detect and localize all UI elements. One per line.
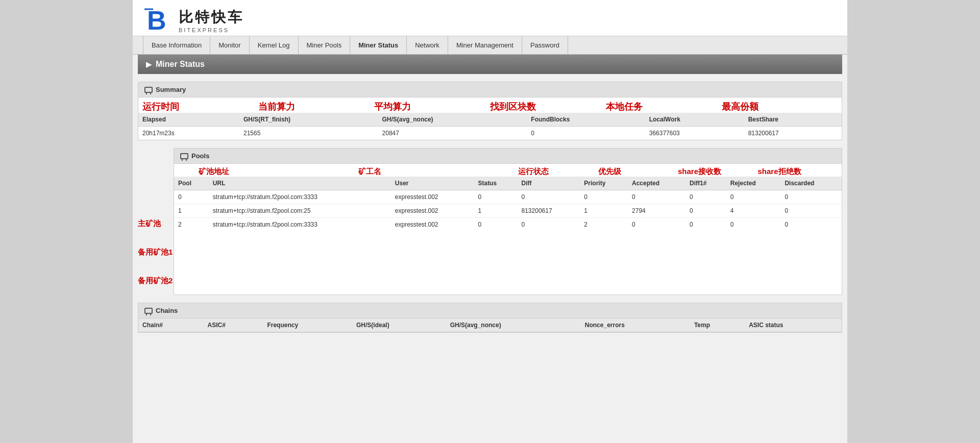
- pools-left-labels: 主矿池 备用矿池1 备用矿池2: [138, 148, 174, 295]
- pools-zh-labels-row: 矿池地址 矿工名 运行状态 优先级 share接收数 sha: [174, 164, 842, 177]
- summary-found-blocks: 0: [527, 127, 645, 140]
- pools-panel-title: Pools: [174, 149, 842, 164]
- nav-miner-status[interactable]: Miner Status: [350, 36, 407, 54]
- pool-num: 0: [174, 190, 209, 204]
- pool-rejected: 0: [726, 218, 781, 232]
- logo-name-zh: 比特快车: [179, 9, 244, 25]
- summary-zh-col-5: 最高份额: [722, 101, 838, 113]
- chains-monitor-icon: [144, 308, 153, 314]
- summary-local-work: 366377603: [645, 127, 744, 140]
- chains-th-temp: Temp: [690, 318, 745, 332]
- chains-th-nonce-errors: Nonce_errors: [581, 318, 690, 332]
- pools-zh-col-user: 矿工名: [358, 167, 518, 177]
- pools-th-rejected: Rejected: [726, 177, 781, 190]
- pool-status: 1: [474, 204, 517, 218]
- summary-title: Summary: [156, 86, 186, 93]
- pool-diff: 0: [518, 190, 580, 204]
- pools-monitor-icon: [180, 153, 188, 159]
- nav-monitor[interactable]: Monitor: [210, 36, 249, 54]
- pools-th-diff: Diff: [518, 177, 580, 190]
- pool-diff1: 0: [685, 204, 726, 218]
- pool-user: expresstest.002: [391, 218, 474, 232]
- nav-miner-management[interactable]: Miner Management: [448, 36, 522, 54]
- chains-th-asic-status: ASIC status: [745, 318, 842, 332]
- pools-section: 主矿池 备用矿池1 备用矿池2 Pools 矿池地址: [138, 148, 842, 295]
- pool-user: expresstest.002: [391, 204, 474, 218]
- monitor-icon: [144, 87, 153, 93]
- pools-th-accepted: Accepted: [628, 177, 685, 190]
- summary-best-share: 813200617: [744, 127, 842, 140]
- pool-rejected: 4: [726, 204, 781, 218]
- summary-zh-col-2: 平均算力: [374, 101, 490, 113]
- chains-th-frequency: Frequency: [263, 318, 352, 332]
- pool-priority: 2: [580, 218, 628, 232]
- pools-row-1: 1stratum+tcp://stratum.f2pool.com:25expr…: [174, 204, 842, 218]
- chains-panel: Chains Chain# ASIC# Frequency GH/S(ideal…: [138, 303, 842, 333]
- pool-diff1: 0: [685, 190, 726, 204]
- pools-zh-col-status: 运行状态: [518, 167, 598, 177]
- chains-th-ghs-ideal: GH/S(ideal): [352, 318, 446, 332]
- pool-diff1: 0: [685, 218, 726, 232]
- pool-discarded: 0: [780, 190, 842, 204]
- summary-data-row: 20h17m23s 21565 20847 0 366377603 813200…: [138, 127, 842, 140]
- pools-panel: Pools 矿池地址 矿工名 运行状态 优先级: [174, 148, 842, 295]
- summary-zh-labels-row: 运行时间 当前算力 平均算力 找到区块数 本地任务 最高份额: [138, 97, 842, 113]
- summary-header-row: Elapsed GH/S(RT_finish) GH/S(avg_nonce) …: [138, 113, 842, 127]
- summary-th-found-blocks: FoundBlocks: [527, 113, 645, 127]
- pool-accepted: 0: [628, 190, 685, 204]
- summary-avg-nonce: 20847: [378, 127, 527, 140]
- play-icon: ▶: [146, 60, 152, 68]
- page-title: Miner Status: [156, 60, 205, 69]
- pool-discarded: 0: [780, 218, 842, 232]
- pools-zh-col-priority: 优先级: [598, 167, 678, 177]
- zh-label-local-work: 本地任务: [606, 101, 722, 113]
- pools-th-url: URL: [209, 177, 391, 190]
- main-nav: Base Information Monitor Kernel Log Mine…: [133, 36, 847, 55]
- logo-text-area: 比特快车 BITEXPRESS: [179, 8, 244, 33]
- summary-panel: Summary 运行时间 当前算力 平均算力 找到区块数 本地任务: [138, 82, 842, 140]
- summary-zh-col-1: 当前算力: [258, 101, 374, 113]
- summary-table: Elapsed GH/S(RT_finish) GH/S(avg_nonce) …: [138, 113, 842, 140]
- left-label-main-pool: 主矿池: [138, 209, 174, 238]
- pools-zh-empty-pool: [178, 167, 199, 177]
- chains-table: Chain# ASIC# Frequency GH/S(ideal) GH/S(…: [138, 318, 842, 332]
- pool-diff: 813200617: [518, 204, 580, 218]
- zh-label-current-hashrate: 当前算力: [258, 101, 374, 113]
- pool-url: stratum+tcp://stratum.f2pool.com:3333: [209, 190, 391, 204]
- chains-th-ghs-avg: GH/S(avg_nonce): [446, 318, 581, 332]
- left-label-backup-pool-1: 备用矿池1: [138, 238, 174, 266]
- pools-table: Pool URL User Status Diff Priority Accep…: [174, 177, 842, 231]
- pools-zh-col-url: 矿池地址: [199, 167, 358, 177]
- zh-label-elapsed: 运行时间: [142, 101, 258, 113]
- pool-url: stratum+tcp://stratum.f2pool.com:3333: [209, 218, 391, 232]
- chains-header-row: Chain# ASIC# Frequency GH/S(ideal) GH/S(…: [138, 318, 842, 332]
- header: B 比特快车 BITEXPRESS: [133, 0, 847, 36]
- summary-panel-title: Summary: [138, 82, 842, 97]
- zh-label-best-share: 最高份额: [722, 101, 838, 113]
- pool-priority: 0: [580, 190, 628, 204]
- pool-discarded: 0: [780, 204, 842, 218]
- nav-base-information[interactable]: Base Information: [143, 36, 210, 54]
- chains-title: Chains: [156, 307, 178, 314]
- pool-priority: 1: [580, 204, 628, 218]
- pools-row-2: 2stratum+tcp://stratum.f2pool.com:3333ex…: [174, 218, 842, 232]
- pool-status: 0: [474, 190, 517, 204]
- nav-miner-pools[interactable]: Miner Pools: [299, 36, 351, 54]
- zh-label-avg-hashrate: 平均算力: [374, 101, 490, 113]
- pool-user: expresstest.002: [391, 190, 474, 204]
- page-content: ▶ Miner Status Summary 运行时间 当前算力 平均算力: [133, 55, 847, 333]
- chains-th-chain: Chain#: [138, 318, 204, 332]
- summary-elapsed: 20h17m23s: [138, 127, 239, 140]
- summary-th-local-work: LocalWork: [645, 113, 744, 127]
- nav-password[interactable]: Password: [522, 36, 568, 54]
- pool-rejected: 0: [726, 190, 781, 204]
- pool-accepted: 0: [628, 218, 685, 232]
- pool-diff: 0: [518, 218, 580, 232]
- svg-text:B: B: [147, 6, 166, 35]
- pools-th-discarded: Discarded: [780, 177, 842, 190]
- pools-th-status: Status: [474, 177, 517, 190]
- summary-zh-col-0: 运行时间: [142, 101, 258, 113]
- nav-kernel-log[interactable]: Kernel Log: [250, 36, 299, 54]
- nav-network[interactable]: Network: [407, 36, 448, 54]
- zh-label-found-blocks: 找到区块数: [490, 101, 606, 113]
